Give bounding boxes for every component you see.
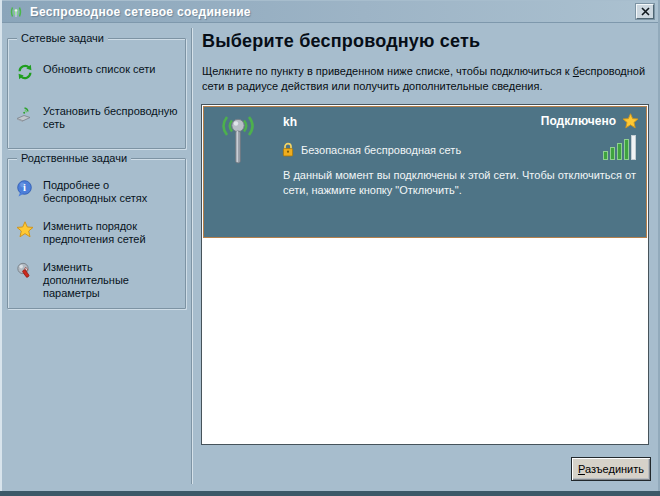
related-tasks-title: Родственные задачи	[17, 151, 131, 165]
network-name: kh	[283, 115, 297, 129]
sidebar-item-label: Подробнее о беспроводных сетях	[43, 179, 181, 205]
signal-bar	[631, 135, 636, 160]
sidebar-item-label: Установить беспроводную сеть	[43, 105, 181, 131]
security-label: Безопасная беспроводная сеть	[301, 144, 461, 156]
signal-bars	[603, 134, 636, 160]
sidebar-item-learn-about-wireless[interactable]: i Подробнее о беспроводных сетях	[8, 179, 185, 205]
close-icon	[641, 7, 650, 16]
sidebar-item-label: Изменить дополнительные параметры	[43, 261, 181, 300]
wireless-connection-window: Беспроводное сетевое соединение Сетевые …	[0, 0, 660, 496]
network-tasks-group: Сетевые задачи Обновить список сети	[7, 38, 186, 149]
instruction-text: Щелкните по пункту в приведенном ниже сп…	[202, 64, 654, 94]
disconnect-button[interactable]: Разъединить	[571, 457, 651, 481]
network-tasks-title: Сетевые задачи	[17, 31, 108, 45]
window-border-left	[0, 0, 2, 491]
sidebar-item-setup-wireless-network[interactable]: Установить беспроводную сеть	[8, 105, 185, 131]
window-border-bottom	[0, 491, 660, 496]
status-text: Подключено	[541, 114, 616, 128]
signal-bar	[603, 151, 608, 160]
wireless-network-list[interactable]: kh Подключено Безопасная беспроводная се…	[201, 104, 649, 445]
sidebar-divider	[191, 28, 193, 484]
titlebar[interactable]: Беспроводное сетевое соединение	[2, 1, 658, 23]
sidebar-item-label: Изменить порядок предпочтения сетей	[43, 220, 181, 246]
lock-icon	[282, 142, 294, 157]
network-list-item-kh[interactable]: kh Подключено Безопасная беспроводная се…	[203, 106, 647, 238]
window-title: Беспроводное сетевое соединение	[30, 5, 251, 19]
sidebar-item-refresh-network-list[interactable]: Обновить список сети	[8, 63, 185, 81]
refresh-icon	[15, 63, 34, 81]
network-info-text: В данный момент вы подключены к этой сет…	[283, 168, 641, 198]
star-icon	[15, 220, 34, 238]
wireless-setup-icon	[15, 105, 34, 123]
signal-bar	[610, 147, 615, 160]
wireless-window-icon	[6, 3, 25, 21]
connection-status: Подключено	[541, 113, 639, 129]
wireless-antenna-icon	[214, 114, 262, 172]
sidebar-item-change-advanced-settings[interactable]: Изменить дополнительные параметры	[8, 261, 185, 300]
sidebar-item-label: Обновить список сети	[43, 63, 156, 76]
close-button[interactable]	[636, 4, 654, 19]
info-icon: i	[15, 179, 34, 197]
sidebar-item-change-preferred-order[interactable]: Изменить порядок предпочтения сетей	[8, 220, 185, 246]
page-title: Выберите беспроводную сеть	[202, 31, 480, 52]
tools-icon	[15, 261, 34, 279]
security-label-row: Безопасная беспроводная сеть	[282, 142, 461, 157]
connected-star-icon	[622, 113, 639, 129]
related-tasks-group: Родственные задачи i Подробнее о беспров…	[7, 158, 186, 309]
signal-bar	[624, 139, 629, 160]
signal-bar	[617, 143, 622, 160]
svg-text:i: i	[23, 182, 26, 193]
